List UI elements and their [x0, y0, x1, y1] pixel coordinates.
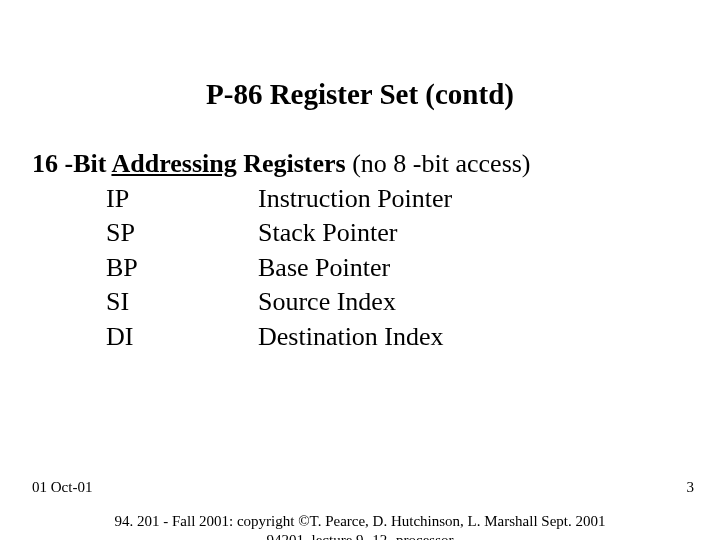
heading-underlined: Addressing: [111, 149, 236, 178]
slide-body: 16 -Bit Addressing Registers (no 8 -bit …: [32, 148, 688, 353]
register-abbr: DI: [106, 321, 258, 354]
register-row: DI Destination Index: [32, 321, 688, 354]
register-desc: Source Index: [258, 286, 688, 319]
heading-bold-tail: Registers: [237, 149, 346, 178]
register-abbr: IP: [106, 183, 258, 216]
row-indent: [32, 183, 106, 216]
register-desc: Destination Index: [258, 321, 688, 354]
footer-center-line2: 94201. lecture 9 -12 -processor: [266, 532, 453, 540]
row-indent: [32, 321, 106, 354]
row-indent: [32, 286, 106, 319]
register-list: IP Instruction Pointer SP Stack Pointer …: [32, 183, 688, 354]
register-desc: Base Pointer: [258, 252, 688, 285]
register-row: SI Source Index: [32, 286, 688, 319]
register-abbr: SI: [106, 286, 258, 319]
body-heading-line: 16 -Bit Addressing Registers (no 8 -bit …: [32, 148, 688, 181]
slide-title: P-86 Register Set (contd): [0, 78, 720, 111]
row-indent: [32, 252, 106, 285]
footer-center: 94. 201 - Fall 2001: copyright ©T. Pearc…: [0, 512, 720, 540]
heading-paren: (no 8 -bit access): [346, 149, 531, 178]
slide: P-86 Register Set (contd) 16 -Bit Addres…: [0, 0, 720, 540]
row-indent: [32, 217, 106, 250]
footer-center-line1: 94. 201 - Fall 2001: copyright ©T. Pearc…: [114, 513, 605, 529]
footer-date: 01 Oct-01: [32, 479, 92, 496]
register-abbr: BP: [106, 252, 258, 285]
register-row: SP Stack Pointer: [32, 217, 688, 250]
register-row: BP Base Pointer: [32, 252, 688, 285]
register-abbr: SP: [106, 217, 258, 250]
register-desc: Instruction Pointer: [258, 183, 688, 216]
footer-page-number: 3: [687, 479, 695, 496]
register-row: IP Instruction Pointer: [32, 183, 688, 216]
heading-prefix: 16 -Bit: [32, 149, 111, 178]
register-desc: Stack Pointer: [258, 217, 688, 250]
